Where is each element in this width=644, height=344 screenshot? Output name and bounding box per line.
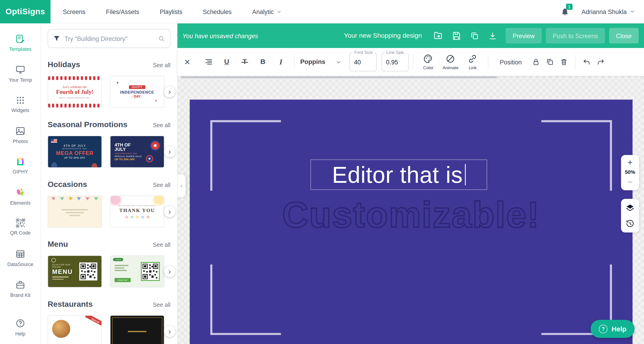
rail-item-templates[interactable]: Templates: [1, 30, 40, 55]
thumbnail-art: [62, 209, 88, 210]
nav-files-assets[interactable]: Files/Assets: [106, 8, 139, 15]
font-family-select[interactable]: Poppins: [298, 58, 344, 66]
zoom-out-button[interactable]: −: [628, 178, 632, 186]
history-button[interactable]: [626, 219, 634, 228]
scroll-right-button[interactable]: ›: [164, 86, 175, 98]
search-icon[interactable]: [158, 35, 165, 42]
scroll-right-button[interactable]: ›: [164, 146, 175, 158]
deselect-button[interactable]: ✕: [184, 57, 190, 67]
scroll-right-button[interactable]: ›: [164, 206, 175, 217]
redo-button[interactable]: [594, 55, 608, 69]
duplicate-button[interactable]: [543, 55, 557, 69]
question-icon: ?: [599, 325, 608, 333]
nav-analytic[interactable]: Analytic: [252, 8, 281, 15]
editor-header-icons: [434, 31, 498, 41]
download-button[interactable]: [488, 31, 498, 40]
rail-label: Widgets: [12, 107, 29, 113]
thumb-text: JULY: [115, 147, 126, 152]
rail-item-photos[interactable]: Photos: [1, 122, 40, 148]
editable-text[interactable]: Editor that is: [332, 162, 463, 188]
template-thumbnail[interactable]: SCAN FOR OUR ONLINE MENU: [48, 255, 102, 287]
rail-item-help[interactable]: Help: [1, 315, 40, 340]
scroll-right-button[interactable]: ›: [164, 266, 175, 277]
color-label: Color: [423, 65, 434, 70]
push-to-screens-button[interactable]: Push to Screens: [546, 28, 605, 43]
see-all-link[interactable]: See all: [153, 182, 170, 188]
lock-button[interactable]: [529, 55, 543, 69]
rail-item-giphy[interactable]: GIPHY: [1, 153, 40, 178]
help-button[interactable]: ? Help: [591, 320, 634, 338]
zoom-in-button[interactable]: +: [628, 158, 632, 167]
thumb-text: MEGA OFFER: [56, 150, 94, 156]
template-thumbnail[interactable]: [48, 196, 102, 228]
user-menu[interactable]: Adrianna Shukla: [582, 8, 635, 15]
divider: [575, 54, 576, 69]
animate-button[interactable]: Animate: [440, 54, 462, 70]
filter-icon[interactable]: [53, 35, 60, 42]
divider: [413, 54, 413, 69]
see-all-link[interactable]: See all: [153, 62, 170, 68]
template-thumbnail[interactable]: 4TH OF JULY INDEPENDENCE DAY MEGA OFFER …: [48, 136, 102, 168]
align-button[interactable]: [200, 53, 218, 71]
section-title: Menu: [48, 240, 68, 249]
template-thumbnail[interactable]: 4TH OF JULY INDEPENDENCE DAY SPECIAL SUP…: [110, 136, 164, 168]
layers-button[interactable]: [626, 203, 634, 212]
delete-button[interactable]: [557, 55, 571, 69]
underline-icon: U: [224, 58, 229, 66]
strikethrough-button[interactable]: T: [236, 53, 254, 71]
design-name[interactable]: Your new Shopping design: [344, 32, 422, 39]
rail-label: Your Temp: [9, 77, 32, 83]
font-size-input[interactable]: [350, 58, 376, 65]
search-input[interactable]: [64, 35, 154, 42]
line-spacing-input[interactable]: [382, 58, 408, 65]
nav-screens[interactable]: Screens: [63, 8, 86, 15]
rail-item-elements[interactable]: Elements: [1, 184, 40, 209]
rail-item-widgets[interactable]: Widgets: [1, 92, 40, 117]
design-canvas[interactable]: Editor that is Customizable! ‹ + 50% − ?…: [177, 76, 644, 344]
chevron-down-icon: [277, 9, 281, 14]
outline-text-element[interactable]: Customizable!: [190, 194, 632, 236]
rail-item-datasource[interactable]: DataSource: [1, 245, 40, 271]
design-artboard[interactable]: Editor that is Customizable!: [190, 100, 632, 344]
elements-icon: [15, 187, 26, 197]
collapse-panel-button[interactable]: ‹: [177, 174, 186, 197]
chevron-right-icon: ›: [168, 87, 171, 96]
link-button[interactable]: Link: [462, 54, 484, 70]
template-thumbnail[interactable]: [110, 315, 164, 344]
thumb-text: HAPPY: [129, 85, 146, 89]
rail-item-brand-kit[interactable]: Brand Kit: [1, 276, 40, 302]
help-label: Help: [612, 325, 626, 333]
save-button[interactable]: [452, 31, 461, 40]
duplicate-page-button[interactable]: [470, 31, 479, 40]
italic-button[interactable]: I: [272, 53, 290, 71]
toolbar-scrollbar[interactable]: [181, 76, 497, 78]
chevron-right-icon: ›: [168, 147, 171, 156]
template-thumbnail[interactable]: ★ ★ HAPPY INDEPENDENCE DAY: [110, 76, 164, 108]
see-all-link[interactable]: See all: [153, 241, 170, 248]
thumb-text: DAY: [131, 95, 143, 98]
bold-button[interactable]: B: [254, 53, 272, 71]
color-button[interactable]: Color: [417, 54, 440, 70]
chevron-down-icon: [630, 9, 635, 14]
close-button[interactable]: Close: [609, 28, 639, 43]
rail-item-qr-code[interactable]: QR Code: [1, 214, 40, 240]
nav-schedules[interactable]: Schedules: [203, 8, 232, 15]
preview-button[interactable]: Preview: [506, 28, 542, 43]
nav-playlists[interactable]: Playlists: [160, 8, 182, 15]
position-button[interactable]: Position: [500, 58, 522, 65]
template-thumbnail[interactable]: LOGO Scan me!: [110, 255, 164, 287]
move-to-folder-button[interactable]: [434, 31, 444, 41]
see-all-link[interactable]: See all: [153, 122, 170, 129]
template-thumbnail[interactable]: WE APPRECIATE YOUR HARD WORK THANK YOU: [110, 196, 164, 228]
rail-item-your-templates[interactable]: Your Temp: [1, 61, 40, 86]
template-thumbnail[interactable]: Let's celebrate the Fourth of July! HAPP…: [48, 76, 102, 108]
underline-button[interactable]: U: [218, 53, 236, 71]
undo-button[interactable]: [580, 55, 594, 69]
notifications-button[interactable]: 1: [560, 7, 569, 16]
see-all-link[interactable]: See all: [153, 302, 170, 308]
text-element-selected[interactable]: Editor that is: [310, 160, 487, 190]
thumbnail-row: 4TH OF JULY INDEPENDENCE DAY MEGA OFFER …: [41, 136, 177, 168]
template-thumbnail[interactable]: Special: [48, 315, 102, 344]
optisigns-logo[interactable]: OptiSigns: [0, 0, 50, 23]
scroll-right-button[interactable]: ›: [164, 326, 175, 337]
